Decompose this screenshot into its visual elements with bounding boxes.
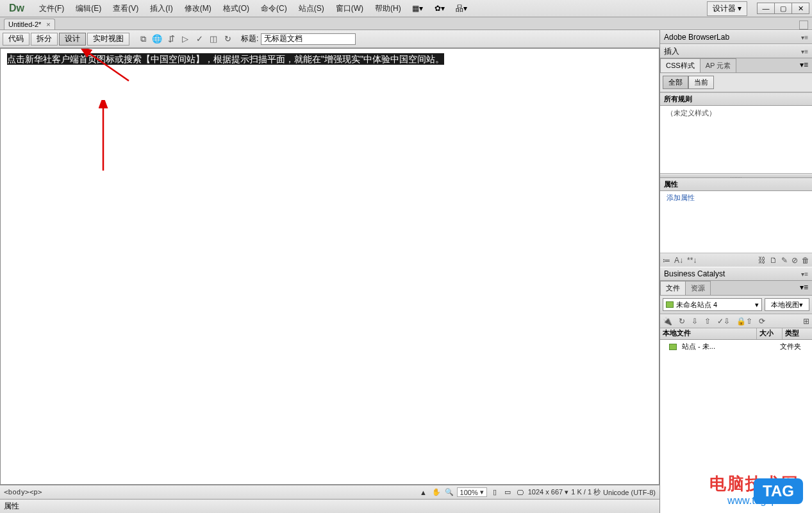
tag-selector[interactable]: <body><p> bbox=[0, 488, 42, 496]
menu-help[interactable]: 帮助(H) bbox=[369, 3, 407, 14]
add-property-link[interactable]: 添加属性 bbox=[660, 191, 812, 205]
refresh-files-icon[interactable]: ↻ bbox=[679, 317, 685, 326]
col-size[interactable]: 大小 bbox=[757, 328, 783, 339]
site-selector[interactable]: 未命名站点 4▾ bbox=[663, 298, 762, 311]
put-icon[interactable]: ⇧ bbox=[704, 317, 711, 326]
close-tab-icon[interactable]: × bbox=[46, 21, 50, 28]
document-tab[interactable]: Untitled-2* × bbox=[4, 19, 55, 29]
disable-rule-icon[interactable]: ⊘ bbox=[791, 256, 798, 265]
design-view-button[interactable]: 设计 bbox=[59, 33, 86, 46]
design-canvas[interactable]: 点击新华社客户端首页图标或搜索【中国空间站】，根据提示扫描平面，就能在"增强现实… bbox=[0, 48, 659, 485]
col-file[interactable]: 本地文件 bbox=[660, 328, 757, 339]
tag-badge: TAG bbox=[754, 478, 803, 504]
menu-bar: Dw 文件(F) 编辑(E) 查看(V) 插入(I) 修改(M) 格式(O) 命… bbox=[0, 0, 812, 17]
insert-panel-header[interactable]: 插入▾≡ bbox=[660, 44, 812, 58]
preview-icon[interactable]: ▷ bbox=[178, 33, 192, 46]
connect-icon[interactable]: 🔌 bbox=[663, 317, 672, 326]
check-icon[interactable]: ✓ bbox=[192, 33, 206, 46]
maximize-button[interactable]: ▢ bbox=[774, 3, 792, 14]
collapse-doc-icon[interactable] bbox=[799, 21, 808, 29]
document-toolbar: 代码 拆分 设计 实时视图 ⧉ 🌐 ⇵ ▷ ✓ ◫ ↻ 标题: bbox=[0, 30, 659, 48]
title-input[interactable] bbox=[261, 33, 356, 45]
menu-edit[interactable]: 编辑(E) bbox=[70, 3, 107, 14]
category-view-icon[interactable]: ≔ bbox=[663, 256, 670, 265]
selected-text: 点击新华社客户端首页图标或搜索【中国空间站】，根据提示扫描平面，就能在"增强现实… bbox=[7, 53, 444, 65]
panel-dock: Adobe BrowserLab▾≡ 插入▾≡ CSS样式 AP 元素 ▾≡ 全… bbox=[660, 30, 812, 513]
multiscreen-icon[interactable]: ⧉ bbox=[136, 33, 150, 46]
checkin-icon[interactable]: 🔒⇧ bbox=[736, 317, 752, 326]
menu-file[interactable]: 文件(F) bbox=[33, 3, 70, 14]
live-view-button[interactable]: 实时视图 bbox=[87, 33, 129, 46]
layout-grid-icon[interactable]: ▦▾ bbox=[411, 2, 425, 15]
folder-icon bbox=[666, 301, 674, 308]
expand-files-icon[interactable]: ⊞ bbox=[803, 317, 809, 326]
current-rules-button[interactable]: 当前 bbox=[688, 76, 714, 89]
edit-rule-icon[interactable]: ✎ bbox=[781, 256, 788, 265]
title-label: 标题: bbox=[241, 33, 258, 44]
css-properties-header: 属性 bbox=[660, 178, 812, 191]
file-list-header: 本地文件 大小 类型 bbox=[660, 328, 812, 340]
phone-preview-icon[interactable]: ▯ bbox=[490, 487, 500, 498]
extension-icon[interactable]: ✿▾ bbox=[433, 2, 447, 15]
globe-icon[interactable]: 🌐 bbox=[150, 33, 164, 46]
css-styles-tab[interactable]: CSS样式 bbox=[660, 58, 700, 72]
rules-list[interactable]: （未定义样式） bbox=[660, 106, 812, 174]
business-catalyst-header[interactable]: Business Catalyst▾≡ bbox=[660, 267, 812, 281]
view-selector[interactable]: 本地视图▾ bbox=[765, 298, 809, 311]
show-set-icon[interactable]: **↓ bbox=[687, 256, 697, 265]
menu-window[interactable]: 窗口(W) bbox=[330, 3, 369, 14]
get-icon[interactable]: ⇩ bbox=[692, 317, 698, 326]
document-tab-label: Untitled-2* bbox=[8, 21, 41, 28]
menu-view[interactable]: 查看(V) bbox=[107, 3, 144, 14]
file-row[interactable]: 站点 - 未... 文件夹 bbox=[660, 341, 812, 352]
minimize-button[interactable]: — bbox=[757, 3, 775, 14]
menu-format[interactable]: 格式(O) bbox=[217, 3, 255, 14]
col-type[interactable]: 类型 bbox=[783, 328, 812, 339]
encoding: Unicode (UTF-8) bbox=[603, 489, 656, 496]
visual-aids-icon[interactable]: ◫ bbox=[206, 33, 220, 46]
sort-icon[interactable]: A↓ bbox=[674, 256, 683, 265]
attach-css-icon[interactable]: ⛓ bbox=[758, 256, 766, 265]
site-mgr-icon[interactable]: 品▾ bbox=[454, 2, 468, 15]
browserlab-panel-header[interactable]: Adobe BrowserLab▾≡ bbox=[660, 30, 812, 44]
status-bar: <body><p> ▲ ✋ 🔍 100% ▾ ▯ ▭ 🖵 1024 x 667 … bbox=[0, 485, 659, 499]
split-view-button[interactable]: 拆分 bbox=[31, 33, 58, 46]
files-tab[interactable]: 文件 bbox=[660, 281, 686, 295]
select-tool-icon[interactable]: ▲ bbox=[418, 487, 429, 498]
document-tab-bar: Untitled-2* × bbox=[0, 17, 812, 30]
file-mgmt-icon[interactable]: ⇵ bbox=[164, 33, 178, 46]
sync-icon[interactable]: ⟳ bbox=[759, 317, 765, 326]
workspace-switcher[interactable]: 设计器 ▾ bbox=[707, 1, 747, 16]
menu-site[interactable]: 站点(S) bbox=[293, 3, 330, 14]
folder-icon bbox=[669, 344, 677, 350]
download-size: 1 K / 1 秒 bbox=[571, 487, 601, 497]
window-size[interactable]: 1024 x 667 ▾ bbox=[528, 488, 569, 496]
all-rules-header: 所有规则 bbox=[660, 92, 812, 106]
tablet-preview-icon[interactable]: ▭ bbox=[502, 487, 513, 498]
delete-rule-icon[interactable]: 🗑 bbox=[802, 256, 809, 265]
desktop-preview-icon[interactable]: 🖵 bbox=[515, 487, 526, 498]
app-logo: Dw bbox=[0, 3, 33, 14]
annotation-arrow-2 bbox=[90, 100, 129, 177]
new-rule-icon[interactable]: 🗋 bbox=[770, 256, 777, 265]
zoom-tool-icon[interactable]: 🔍 bbox=[444, 487, 454, 498]
assets-tab[interactable]: 资源 bbox=[685, 281, 711, 295]
panel-menu-icon[interactable]: ▾≡ bbox=[796, 58, 812, 72]
all-rules-button[interactable]: 全部 bbox=[663, 76, 688, 89]
zoom-level[interactable]: 100% ▾ bbox=[457, 487, 487, 497]
close-button[interactable]: ✕ bbox=[791, 3, 809, 14]
hand-tool-icon[interactable]: ✋ bbox=[431, 487, 442, 498]
menu-insert[interactable]: 插入(I) bbox=[144, 3, 178, 14]
checkout-icon[interactable]: ✓⇩ bbox=[717, 317, 730, 326]
menu-modify[interactable]: 修改(M) bbox=[179, 3, 217, 14]
menu-commands[interactable]: 命令(C) bbox=[255, 3, 293, 14]
css-properties-list[interactable]: 添加属性 bbox=[660, 191, 812, 253]
refresh-icon[interactable]: ↻ bbox=[220, 33, 235, 46]
properties-panel-collapsed[interactable]: 属性 bbox=[0, 499, 659, 513]
document-paragraph[interactable]: 点击新华社客户端首页图标或搜索【中国空间站】，根据提示扫描平面，就能在"增强现实… bbox=[7, 54, 444, 65]
ap-elements-tab[interactable]: AP 元素 bbox=[700, 58, 737, 72]
css-tools-bar: ≔ A↓ **↓ ⛓ 🗋 ✎ ⊘ 🗑 bbox=[660, 253, 812, 267]
files-panel-menu-icon[interactable]: ▾≡ bbox=[796, 281, 812, 295]
code-view-button[interactable]: 代码 bbox=[3, 33, 29, 46]
